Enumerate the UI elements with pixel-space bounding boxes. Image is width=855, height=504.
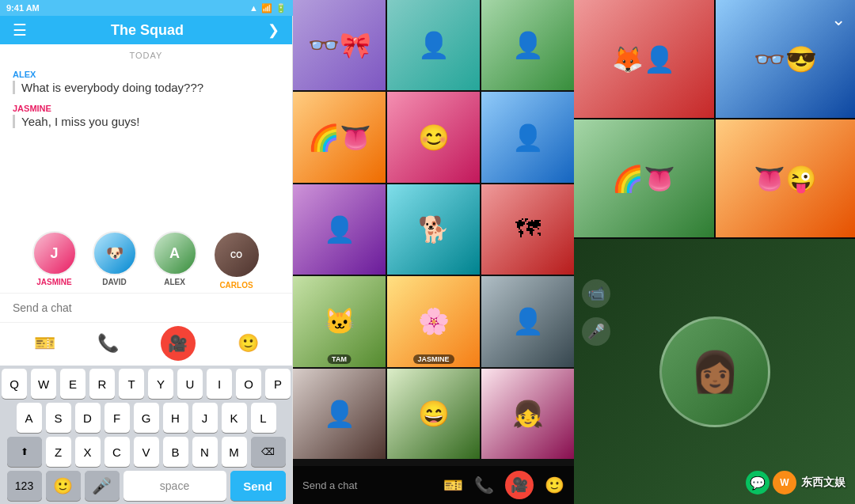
send-chat-bar bbox=[0, 293, 292, 322]
key-c[interactable]: C bbox=[104, 437, 130, 467]
mid-phone-icon[interactable]: 📞 bbox=[474, 476, 494, 495]
key-o[interactable]: O bbox=[236, 369, 261, 399]
key-n[interactable]: N bbox=[192, 437, 218, 467]
mid-video-icon[interactable]: 🎥 bbox=[505, 471, 534, 499]
key-mic[interactable]: 🎤 bbox=[85, 471, 120, 501]
message-sender-alex: ALEX bbox=[13, 70, 279, 79]
video-cell-10: 🐱 TAM bbox=[293, 276, 386, 366]
avatar-item-carlos[interactable]: CO CARLOS bbox=[213, 231, 260, 290]
mid-sticker-icon[interactable]: 🎫 bbox=[443, 476, 463, 495]
video-cell-2: 👤 bbox=[387, 0, 480, 90]
mid-action-icons: 🎫 📞 🎥 🙂 bbox=[443, 471, 564, 499]
key-emoji[interactable]: 🙂 bbox=[46, 471, 81, 501]
key-f[interactable]: F bbox=[104, 403, 130, 433]
video-face-4: 🌈👅 bbox=[293, 92, 386, 182]
video-cell-12: 👤 bbox=[481, 276, 574, 366]
video-cell-3: 👤 bbox=[481, 0, 574, 90]
key-r[interactable]: R bbox=[89, 369, 115, 399]
avatar-item-jasmine[interactable]: J JASMINE bbox=[32, 231, 77, 290]
key-a[interactable]: A bbox=[17, 403, 42, 433]
message-group-jasmine: JASMINE Yeah, I miss you guys! bbox=[13, 104, 279, 128]
key-space[interactable]: space bbox=[124, 471, 226, 501]
signal-icon: 📶 bbox=[261, 3, 272, 13]
video-call-button[interactable]: 🎥 bbox=[161, 326, 196, 361]
message-sender-jasmine: JASMINE bbox=[13, 104, 279, 113]
key-w[interactable]: W bbox=[31, 369, 56, 399]
messages-area: ALEX What is everybody doing today??? JA… bbox=[0, 63, 292, 222]
avatar-label-carlos: CARLOS bbox=[213, 281, 260, 290]
video-cell-7: 👤 bbox=[293, 184, 386, 275]
key-z[interactable]: Z bbox=[46, 437, 71, 467]
key-l[interactable]: L bbox=[251, 403, 276, 433]
key-num[interactable]: 123 bbox=[7, 471, 42, 501]
video-face-1: 👓🎀 bbox=[293, 0, 386, 90]
menu-icon[interactable]: ☰ bbox=[13, 21, 27, 40]
key-j[interactable]: J bbox=[192, 403, 218, 433]
keyboard-bottom-row: 123 🙂 🎤 space Send bbox=[2, 471, 291, 501]
video-grid-panel: 👓🎀 👤 👤 🌈👅 😊 👤 👤 🐕 bbox=[293, 0, 574, 504]
sticker-icon[interactable]: 🎫 bbox=[34, 333, 55, 354]
video-face-2: 👤 bbox=[387, 0, 480, 90]
video-face-6: 👤 bbox=[481, 92, 574, 182]
video-toggle-icon[interactable]: 📹 bbox=[582, 279, 610, 308]
video-call-panel: 🦊👤 👓😎 🌈👅 👅😜 👩🏾 📹 🎤 ⌄ 💬 bbox=[574, 0, 855, 504]
video-face-11: 🌸 bbox=[387, 276, 480, 366]
chevron-right-icon[interactable]: ❯ bbox=[268, 21, 279, 39]
battery-icon: 🔋 bbox=[276, 3, 287, 13]
key-m[interactable]: M bbox=[222, 437, 247, 467]
key-p[interactable]: P bbox=[265, 369, 291, 399]
chevron-down-icon[interactable]: ⌄ bbox=[831, 9, 846, 30]
key-k[interactable]: K bbox=[222, 403, 247, 433]
watermark-text: 东西文娱 bbox=[801, 476, 846, 490]
message-group: ALEX What is everybody doing today??? bbox=[13, 70, 279, 94]
key-i[interactable]: I bbox=[207, 369, 232, 399]
right-face-4: 👅😜 bbox=[716, 119, 856, 237]
key-d[interactable]: D bbox=[75, 403, 101, 433]
avatar-item-alex[interactable]: A ALEX bbox=[153, 231, 197, 290]
video-cell-15: 👧 bbox=[481, 369, 574, 459]
key-x[interactable]: X bbox=[75, 437, 101, 467]
key-t[interactable]: T bbox=[119, 369, 144, 399]
key-s[interactable]: S bbox=[46, 403, 71, 433]
wechat-icon: 💬 bbox=[746, 471, 770, 495]
mic-icon[interactable]: 🎤 bbox=[582, 317, 610, 346]
mid-emoji-icon[interactable]: 🙂 bbox=[545, 476, 564, 495]
right-face-3: 🌈👅 bbox=[574, 119, 714, 237]
mid-send-placeholder[interactable]: Send a chat bbox=[302, 479, 357, 491]
key-g[interactable]: G bbox=[134, 403, 159, 433]
video-grid: 👓🎀 👤 👤 🌈👅 😊 👤 👤 🐕 bbox=[293, 0, 574, 459]
video-cell-8: 🐕 bbox=[387, 184, 480, 275]
key-q[interactable]: Q bbox=[2, 369, 27, 399]
video-nametag-jasmine: JASMINE bbox=[412, 354, 454, 364]
action-icons-row: 🎫 📞 🎥 🙂 bbox=[0, 322, 292, 366]
avatar-alex: A bbox=[153, 231, 197, 275]
key-shift[interactable]: ⬆ bbox=[7, 437, 42, 467]
avatar-item-david[interactable]: 🐶 DAVID bbox=[93, 231, 137, 290]
key-e[interactable]: E bbox=[60, 369, 86, 399]
video-face-7: 👤 bbox=[293, 184, 386, 275]
right-video-3: 🌈👅 bbox=[574, 119, 714, 237]
video-face-12: 👤 bbox=[481, 276, 574, 366]
featured-avatar: 👩🏾 bbox=[659, 316, 770, 427]
status-bar: 9:41 AM ▲ 📶 🔋 bbox=[0, 0, 293, 16]
video-cell-9: 🗺 bbox=[481, 184, 574, 275]
video-cell-14: 😄 bbox=[387, 369, 480, 459]
wifi-icon: ▲ bbox=[249, 3, 258, 13]
video-cell-11: 🌸 JASMINE bbox=[387, 276, 480, 366]
key-y[interactable]: Y bbox=[148, 369, 173, 399]
right-face-1: 🦊👤 bbox=[574, 0, 714, 118]
video-face-9: 🗺 bbox=[481, 184, 574, 275]
key-b[interactable]: B bbox=[163, 437, 188, 467]
key-u[interactable]: U bbox=[177, 369, 203, 399]
key-h[interactable]: H bbox=[163, 403, 188, 433]
send-button[interactable]: Send bbox=[230, 471, 286, 501]
send-chat-input[interactable] bbox=[13, 297, 279, 319]
emoji-icon[interactable]: 🙂 bbox=[238, 333, 259, 354]
phone-icon[interactable]: 📞 bbox=[97, 333, 119, 354]
video-face-13: 👤 bbox=[293, 369, 386, 459]
message-text-jasmine: Yeah, I miss you guys! bbox=[13, 115, 279, 128]
key-v[interactable]: V bbox=[134, 437, 159, 467]
video-face-3: 👤 bbox=[481, 0, 574, 90]
key-delete[interactable]: ⌫ bbox=[251, 437, 286, 467]
watermark: 💬 W 东西文娱 bbox=[746, 471, 846, 495]
